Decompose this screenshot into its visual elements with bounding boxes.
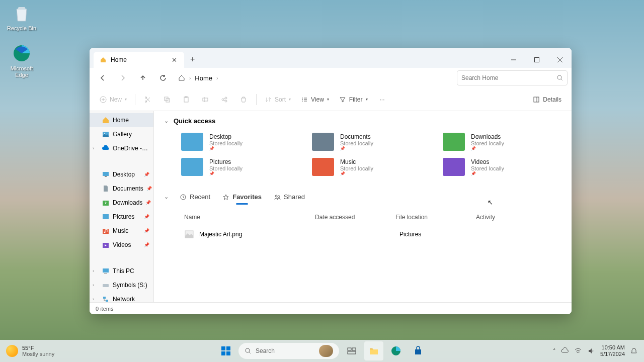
view-button[interactable]: View▾ (297, 92, 333, 108)
svg-rect-33 (103, 172, 109, 176)
tab-favorites[interactable]: Favorites (221, 190, 263, 204)
sidebar-item-pictures[interactable]: Pictures📌 (90, 210, 153, 224)
details-button[interactable]: Details (529, 92, 566, 108)
svg-point-46 (275, 195, 277, 197)
more-button[interactable]: ··· (374, 92, 391, 108)
close-tab-button[interactable]: ✕ (170, 56, 178, 64)
column-activity[interactable]: Activity (476, 214, 516, 221)
window-tab[interactable]: Home ✕ (94, 52, 184, 68)
table-row[interactable]: Majestic Art.png Pictures (164, 225, 561, 243)
sidebar-item-gallery[interactable]: Gallery (90, 127, 153, 141)
copy-button[interactable] (158, 92, 176, 108)
sidebar-item-desktop[interactable]: Desktop📌 (90, 167, 153, 182)
quick-access-item[interactable]: Pictures Stored locally 📌 (179, 156, 300, 178)
weather-widget[interactable]: 55°F Mostly sunny (6, 345, 54, 357)
chevron-right-icon: › (216, 75, 218, 81)
svg-rect-57 (348, 351, 356, 354)
rename-button[interactable] (197, 92, 214, 108)
pin-icon: 📌 (144, 172, 149, 177)
title-bar: Home ✕ + (90, 48, 572, 68)
minimize-button[interactable] (502, 52, 525, 68)
close-button[interactable] (548, 52, 572, 68)
pin-icon: 📌 (145, 200, 151, 205)
sidebar-item-home[interactable]: Home (90, 113, 153, 127)
chevron-right-icon[interactable]: › (93, 268, 94, 274)
sidebar-item-onedrive[interactable]: ›OneDrive - Personal (90, 141, 153, 155)
share-button[interactable] (216, 92, 233, 108)
new-tab-button[interactable]: + (184, 51, 201, 68)
search-input[interactable] (461, 74, 554, 81)
maximize-button[interactable] (525, 52, 548, 68)
quick-access-item[interactable]: Downloads Stored locally 📌 (441, 131, 561, 153)
onedrive-tray-icon[interactable] (561, 347, 569, 355)
cut-button[interactable] (139, 92, 156, 108)
clock[interactable]: 10:50 AM 5/17/2024 (600, 344, 625, 357)
filter-button[interactable]: Filter▾ (335, 92, 372, 108)
pin-icon: 📌 (471, 171, 504, 176)
edge-shortcut[interactable]: Microsoft Edge (4, 43, 39, 78)
column-location[interactable]: File location (395, 214, 476, 221)
quick-access-item[interactable]: Videos Stored locally 📌 (441, 156, 561, 178)
sidebar-item-network[interactable]: ›Network (90, 292, 153, 302)
chevron-right-icon[interactable]: › (93, 297, 94, 302)
forward-button[interactable] (114, 70, 132, 86)
tray-chevron-icon[interactable]: ˄ (553, 348, 556, 354)
start-button[interactable] (216, 341, 235, 360)
column-date[interactable]: Date accessed (315, 214, 395, 221)
quick-access-item[interactable]: Documents Stored locally 📌 (310, 131, 431, 153)
documents-icon (102, 185, 110, 193)
recycle-bin[interactable]: Recycle Bin (4, 3, 39, 32)
sidebar-item-symbols[interactable]: ›Symbols (S:) (90, 278, 153, 292)
file-explorer-taskbar[interactable] (364, 341, 383, 360)
new-button[interactable]: New▾ (96, 92, 131, 108)
sidebar-item-documents[interactable]: Documents📌 (90, 182, 153, 196)
sidebar-item-videos[interactable]: Videos📌 (90, 238, 153, 252)
gallery-icon (102, 130, 110, 138)
svg-rect-56 (352, 348, 356, 350)
back-button[interactable] (94, 70, 112, 86)
chevron-down-icon: ▾ (327, 97, 329, 102)
quick-access-item[interactable]: Desktop Stored locally 📌 (179, 131, 300, 153)
folder-icon (181, 133, 203, 151)
sidebar-item-music[interactable]: Music📌 (90, 224, 153, 238)
tab-shared[interactable]: Shared (273, 190, 306, 204)
search-box[interactable] (457, 70, 568, 85)
svg-point-19 (225, 97, 227, 99)
edge-taskbar[interactable] (386, 341, 406, 360)
wifi-icon[interactable] (574, 347, 582, 355)
refresh-button[interactable] (154, 70, 172, 86)
breadcrumb[interactable]: › Home › (174, 74, 455, 82)
store-taskbar[interactable] (409, 341, 428, 360)
recycle-bin-label: Recycle Bin (4, 25, 39, 32)
up-button[interactable] (134, 70, 152, 86)
tab-recent[interactable]: Recent (179, 190, 211, 204)
chevron-down-icon[interactable]: ⌄ (164, 194, 169, 200)
task-view-button[interactable] (342, 341, 361, 360)
volume-icon[interactable] (587, 347, 595, 355)
chevron-right-icon[interactable]: › (93, 283, 94, 288)
quick-access-item[interactable]: Music Stored locally 📌 (310, 156, 431, 178)
svg-rect-41 (104, 273, 107, 274)
sidebar-item-downloads[interactable]: Downloads📌 (90, 196, 153, 210)
svg-rect-50 (226, 346, 230, 350)
folder-icon (312, 158, 334, 176)
sort-button[interactable]: Sort▾ (261, 92, 295, 108)
pictures-icon (102, 213, 110, 221)
chevron-down-icon[interactable]: ⌄ (164, 118, 169, 124)
svg-rect-40 (103, 268, 109, 273)
paste-button[interactable] (178, 92, 195, 108)
column-name[interactable]: Name (184, 214, 315, 221)
sidebar-item-thispc[interactable]: ›This PC (90, 264, 153, 278)
pc-icon (102, 267, 110, 275)
pin-icon: 📌 (209, 146, 243, 151)
delete-button[interactable] (235, 92, 252, 108)
image-file-icon (184, 229, 195, 239)
svg-rect-43 (103, 297, 106, 299)
svg-rect-29 (534, 97, 539, 102)
chevron-right-icon[interactable]: › (93, 146, 94, 151)
notifications-icon[interactable] (630, 347, 638, 355)
taskbar-search[interactable]: Search (238, 343, 339, 359)
item-count: 0 items (96, 306, 113, 312)
breadcrumb-home[interactable]: Home (195, 74, 212, 82)
pin-icon: 📌 (340, 171, 373, 176)
